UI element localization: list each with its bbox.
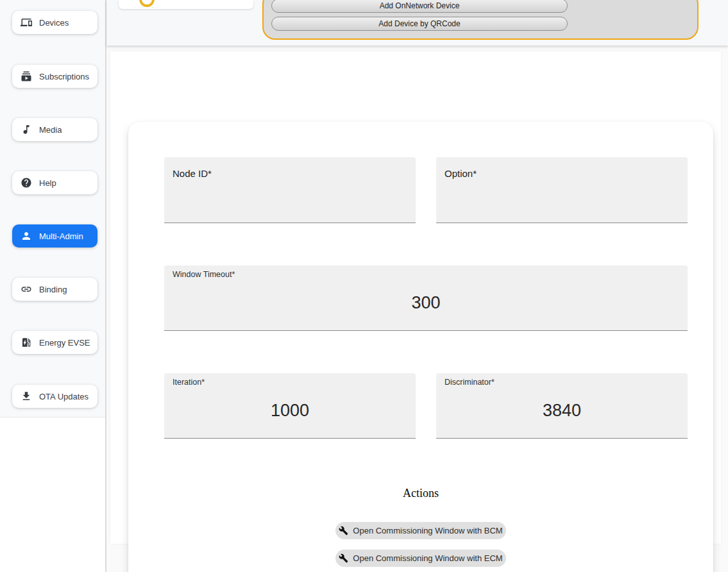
sidebar-item-label: Energy EVSE — [39, 338, 90, 348]
sidebar-item-help[interactable]: Help — [12, 171, 97, 194]
open-commissioning-window-bcm-button[interactable]: Open Commissioning Window with BCM — [335, 522, 506, 539]
sidebar: Devices Subscriptions Media Help Multi-A… — [0, 0, 105, 572]
window-timeout-field[interactable]: Window Timeout* 300 — [164, 265, 688, 331]
sidebar-item-subscriptions[interactable]: Subscriptions — [12, 65, 97, 88]
open-commissioning-window-ecm-label: Open Commissioning Window with ECM — [353, 553, 502, 563]
add-device-by-qrcode-label: Add Device by QRCode — [378, 19, 460, 28]
music-note-icon — [21, 124, 32, 135]
window-timeout-label: Window Timeout* — [173, 270, 235, 279]
option-field[interactable]: Option* — [436, 157, 688, 223]
ev-station-icon — [21, 337, 32, 348]
option-label: Option* — [444, 168, 477, 179]
sidebar-item-media[interactable]: Media — [12, 118, 97, 141]
wrench-icon — [339, 526, 348, 535]
node-id-field[interactable]: Node ID* — [164, 157, 416, 223]
multi-admin-form-card: Node ID* Option* Window Timeout* 300 Ite… — [128, 122, 713, 572]
open-commissioning-window-ecm-button[interactable]: Open Commissioning Window with ECM — [335, 550, 506, 567]
content-card: Node ID* Option* Window Timeout* 300 Ite… — [110, 51, 721, 544]
open-commissioning-window-bcm-label: Open Commissioning Window with BCM — [353, 526, 502, 535]
iteration-value: 1000 — [164, 401, 416, 421]
page: Devices Subscriptions Media Help Multi-A… — [0, 0, 728, 572]
node-id-label: Node ID* — [173, 168, 212, 179]
discriminator-label: Discriminator* — [444, 378, 495, 387]
sidebar-item-multi-admin[interactable]: Multi-Admin — [12, 224, 97, 248]
discriminator-value: 3840 — [436, 401, 688, 421]
topbar: Add OnNetwork Device Add Device by QRCod… — [106, 0, 728, 46]
actions-heading: Actions — [128, 487, 713, 500]
device-card-partial — [119, 0, 253, 9]
sidebar-item-label: Binding — [39, 285, 67, 294]
sidebar-item-label: Media — [39, 125, 62, 135]
main-area: Add OnNetwork Device Add Device by QRCod… — [106, 0, 728, 572]
sidebar-item-energy-evse[interactable]: Energy EVSE — [12, 331, 97, 354]
iteration-field[interactable]: Iteration* 1000 — [164, 373, 416, 439]
window-timeout-value: 300 — [164, 294, 688, 313]
sidebar-item-label: Devices — [39, 18, 69, 28]
sidebar-background — [0, 0, 105, 417]
sidebar-item-devices[interactable]: Devices — [12, 11, 97, 34]
sidebar-item-label: OTA Updates — [39, 392, 89, 401]
help-icon — [21, 177, 32, 189]
discriminator-field[interactable]: Discriminator* 3840 — [436, 373, 688, 439]
add-onnetwork-device-label: Add OnNetwork Device — [380, 1, 460, 10]
person-icon — [21, 230, 32, 242]
download-icon — [21, 391, 32, 402]
add-device-by-qrcode-button[interactable]: Add Device by QRCode — [271, 17, 568, 31]
add-onnetwork-device-button[interactable]: Add OnNetwork Device — [271, 0, 568, 13]
subscriptions-icon — [21, 71, 32, 82]
devices-icon — [21, 17, 32, 28]
sidebar-item-label: Subscriptions — [39, 72, 89, 81]
link-icon — [21, 283, 32, 295]
sidebar-item-ota-updates[interactable]: OTA Updates — [12, 385, 97, 408]
wrench-icon — [339, 553, 348, 563]
sidebar-item-label: Help — [39, 178, 56, 188]
device-avatar — [139, 0, 155, 7]
sidebar-item-label: Multi-Admin — [39, 231, 83, 241]
iteration-label: Iteration* — [173, 378, 205, 387]
add-device-panel: Add OnNetwork Device Add Device by QRCod… — [262, 0, 698, 40]
sidebar-item-binding[interactable]: Binding — [12, 278, 97, 301]
